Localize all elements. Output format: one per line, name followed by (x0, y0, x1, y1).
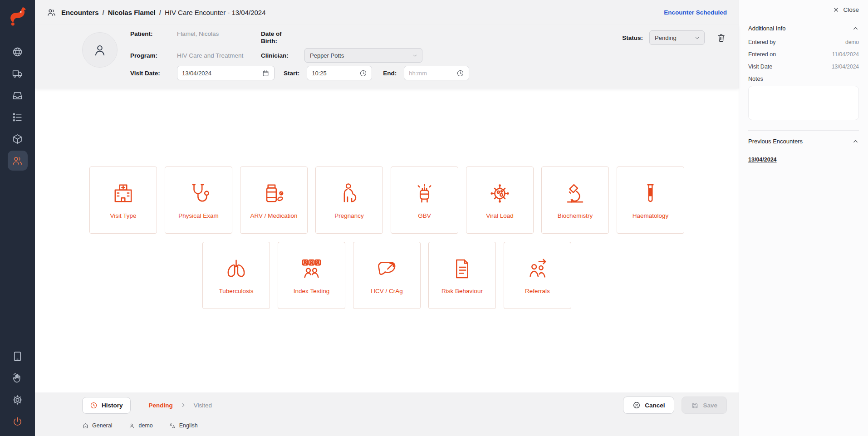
card-label: ARV / Medication (250, 212, 297, 219)
footer-language[interactable]: English (169, 422, 198, 429)
breadcrumb-patient[interactable]: Nicolas Flamel (108, 9, 156, 16)
footer-language-label: English (179, 422, 198, 429)
patient-label: Patient: (130, 30, 177, 37)
end-time-input[interactable]: hh:mm (404, 66, 469, 80)
patient-name-value: Flamel, Nicolas (177, 30, 261, 37)
app-logo[interactable] (9, 5, 27, 26)
patients-icon (12, 155, 23, 167)
nav-item-logout[interactable] (8, 412, 28, 431)
dob-label: Date of Birth: (261, 30, 294, 45)
notes-input[interactable] (748, 86, 859, 120)
start-time-label: Start: (284, 70, 299, 77)
status-step-pending: Pending (149, 402, 173, 409)
card-label: Visit Type (110, 212, 136, 219)
nav-item-task-list[interactable] (8, 107, 28, 127)
breadcrumb: Encounters / Nicolas Flamel / HIV Care E… (61, 9, 266, 16)
previous-encounter-link[interactable]: 13/04/2024 (748, 157, 859, 163)
people-network-icon (299, 257, 324, 281)
entered-on-value: 11/04/2024 (832, 51, 859, 58)
package-icon (12, 133, 23, 145)
previous-encounters-header[interactable]: Previous Encounters (748, 138, 859, 145)
nav-item-inbox[interactable] (8, 85, 28, 105)
nav-item-tablet[interactable] (8, 346, 28, 366)
card-risk-behaviour[interactable]: Risk Behaviour (428, 242, 496, 309)
card-label: Biochemistry (558, 212, 593, 219)
nav-item-hand-hygiene[interactable] (8, 368, 28, 388)
additional-info-header[interactable]: Additional Info (748, 25, 859, 32)
visit-date-input[interactable]: 13/04/2024 (177, 66, 275, 80)
nav-item-settings[interactable] (8, 390, 28, 410)
status-select[interactable]: Pending (649, 30, 705, 45)
chevron-up-icon (852, 138, 859, 145)
card-referrals[interactable]: Referrals (504, 242, 571, 309)
additional-info-title: Additional Info (748, 25, 785, 32)
card-physical-exam[interactable]: Physical Exam (165, 167, 232, 234)
pregnant-woman-icon (337, 181, 361, 206)
card-viral-load[interactable]: Viral Load (466, 167, 534, 234)
panel-close-button[interactable]: Close (748, 6, 859, 13)
breadcrumb-encounters[interactable]: Encounters (61, 9, 99, 16)
clinician-select[interactable]: Pepper Potts (304, 48, 422, 63)
panel-close-label: Close (843, 6, 859, 13)
footer-user[interactable]: demo (128, 422, 152, 429)
previous-encounters-title: Previous Encounters (748, 138, 803, 145)
power-icon (12, 416, 23, 427)
nav-item-patients[interactable] (8, 151, 28, 171)
patient-row-1: Patient: Flamel, Nicolas Date of Birth: … (130, 30, 727, 45)
card-visit-type[interactable]: Visit Type (89, 167, 157, 234)
start-time-value: 10:25 (312, 70, 356, 77)
card-label: GBV (418, 212, 431, 219)
trash-icon (716, 33, 726, 43)
main-column: Encounters / Nicolas Flamel / HIV Care E… (35, 0, 739, 436)
status-footer: General demo English (35, 418, 739, 436)
cancel-button[interactable]: Cancel (623, 397, 674, 414)
card-hcv-crag[interactable]: HCV / CrAg (353, 242, 421, 309)
user-icon (128, 422, 135, 429)
globe-icon (12, 46, 23, 58)
start-time-input[interactable]: 10:25 (307, 66, 372, 80)
card-label: Risk Behaviour (441, 288, 483, 294)
additional-info-panel: Close Additional Info Entered by demo En… (739, 0, 868, 436)
checklist-document-icon (450, 257, 474, 281)
sidebar-nav-top (8, 42, 28, 171)
card-index-testing[interactable]: Index Testing (278, 242, 345, 309)
calendar-icon (262, 69, 270, 77)
encounter-scheduled-link[interactable]: Encounter Scheduled (664, 9, 727, 16)
nav-item-package[interactable] (8, 129, 28, 149)
person-icon (92, 42, 108, 58)
inbox-icon (12, 90, 23, 101)
entered-by-value: demo (845, 39, 859, 45)
blood-tube-icon (638, 181, 662, 206)
nav-item-ambulance[interactable] (8, 64, 28, 83)
delete-encounter-button[interactable] (716, 32, 727, 44)
history-button[interactable]: History (82, 397, 131, 414)
left-sidebar (0, 0, 35, 436)
status-selected-value: Pending (655, 34, 691, 41)
patient-row-3: Visit Date: 13/04/2024 Start: 10:25 End:… (130, 66, 727, 80)
virus-icon (488, 181, 512, 206)
hospital-icon (111, 181, 135, 206)
card-label: Tuberculosis (219, 288, 253, 294)
card-biochemistry[interactable]: Biochemistry (541, 167, 609, 234)
card-label: Physical Exam (178, 212, 219, 219)
entered-on-label: Entered on (748, 51, 776, 58)
card-haematology[interactable]: Haematology (617, 167, 684, 234)
save-button[interactable]: Save (682, 397, 727, 414)
clinician-label: Clinician: (261, 52, 304, 59)
card-pregnancy[interactable]: Pregnancy (315, 167, 383, 234)
card-arv-medication[interactable]: ARV / Medication (240, 167, 308, 234)
patient-fields-grid: Patient: Flamel, Nicolas Date of Birth: … (130, 29, 727, 80)
stethoscope-icon (186, 181, 211, 206)
footer-location[interactable]: General (82, 422, 112, 429)
liver-icon (375, 257, 399, 281)
status-cluster: Status: Pending (622, 30, 727, 45)
end-time-placeholder: hh:mm (409, 70, 453, 77)
card-label: Haematology (633, 212, 669, 219)
card-gbv[interactable]: GBV (391, 167, 458, 234)
lungs-icon (224, 257, 248, 281)
card-tuberculosis[interactable]: Tuberculosis (202, 242, 270, 309)
chevron-right-icon (180, 402, 186, 408)
panel-visit-date-value: 13/04/2024 (832, 64, 859, 70)
nav-item-globe[interactable] (8, 42, 28, 62)
chevron-down-icon (412, 53, 418, 59)
